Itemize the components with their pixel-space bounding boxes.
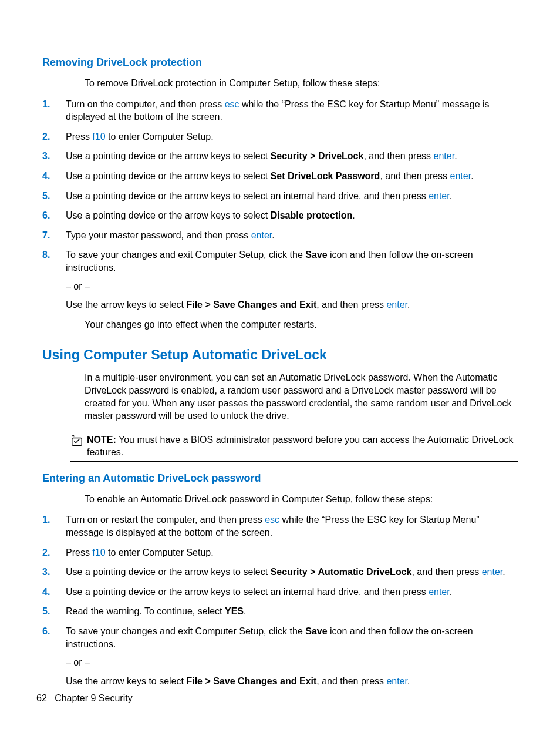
step-number: 6. bbox=[42, 209, 66, 222]
step-number: 2. bbox=[42, 546, 66, 559]
step-item: 1.Turn on or restart the computer, and t… bbox=[42, 513, 518, 539]
step-body: Turn on or restart the computer, and the… bbox=[66, 513, 518, 539]
step-body: Press f10 to enter Computer Setup. bbox=[66, 130, 518, 143]
heading-automatic-drivelock: Using Computer Setup Automatic DriveLock bbox=[42, 347, 518, 363]
step-item: 2.Press f10 to enter Computer Setup. bbox=[42, 130, 518, 143]
step-item: 1.Turn on the computer, and then press e… bbox=[42, 98, 518, 123]
step-body: To save your changes and exit Computer S… bbox=[66, 625, 518, 687]
step-number: 5. bbox=[42, 605, 66, 618]
note-text: NOTE: You must have a BIOS administrator… bbox=[87, 434, 518, 459]
steps-list-1: 1.Turn on the computer, and then press e… bbox=[42, 98, 518, 311]
step-item: 6.To save your changes and exit Computer… bbox=[42, 625, 518, 687]
step-number: 3. bbox=[42, 566, 66, 579]
step-item: 5.Use a pointing device or the arrow key… bbox=[42, 190, 518, 203]
step-item: 7.Type your master password, and then pr… bbox=[42, 229, 518, 242]
step-number: 3. bbox=[42, 150, 66, 163]
step-item: 3.Use a pointing device or the arrow key… bbox=[42, 150, 518, 163]
step-body: Type your master password, and then pres… bbox=[66, 229, 518, 242]
page-footer: 62 Chapter 9 Security bbox=[36, 693, 133, 704]
step-item: 8.To save your changes and exit Computer… bbox=[42, 248, 518, 311]
step-number: 5. bbox=[42, 190, 66, 203]
step-number: 1. bbox=[42, 98, 66, 111]
step-body: Read the warning. To continue, select YE… bbox=[66, 605, 518, 618]
step-body: Turn on the computer, and then press esc… bbox=[66, 98, 518, 123]
step-body: Use a pointing device or the arrow keys … bbox=[66, 586, 518, 599]
heading-removing-drivelock: Removing DriveLock protection bbox=[42, 56, 518, 69]
step-item: 6.Use a pointing device or the arrow key… bbox=[42, 209, 518, 222]
outro-text: Your changes go into effect when the com… bbox=[85, 318, 518, 331]
step-item: 2.Press f10 to enter Computer Setup. bbox=[42, 546, 518, 559]
step-number: 2. bbox=[42, 130, 66, 143]
step-item: 4.Use a pointing device or the arrow key… bbox=[42, 586, 518, 599]
step-item: 3.Use a pointing device or the arrow key… bbox=[42, 566, 518, 579]
step-number: 8. bbox=[42, 248, 66, 261]
step-item: 5.Read the warning. To continue, select … bbox=[42, 605, 518, 618]
heading-entering-auto-drivelock: Entering an Automatic DriveLock password bbox=[42, 472, 518, 485]
step-number: 4. bbox=[42, 586, 66, 599]
step-body: Use a pointing device or the arrow keys … bbox=[66, 170, 518, 183]
intro-text: To remove DriveLock protection in Comput… bbox=[85, 77, 518, 90]
step-number: 1. bbox=[42, 513, 66, 526]
note-icon bbox=[70, 435, 85, 450]
step-number: 7. bbox=[42, 229, 66, 242]
step-body: To save your changes and exit Computer S… bbox=[66, 248, 518, 311]
note-label: NOTE: bbox=[87, 435, 116, 445]
step-body: Use a pointing device or the arrow keys … bbox=[66, 566, 518, 579]
step-body: Press f10 to enter Computer Setup. bbox=[66, 546, 518, 559]
step-number: 4. bbox=[42, 170, 66, 183]
steps-list-3: 1.Turn on or restart the computer, and t… bbox=[42, 513, 518, 687]
note-body: You must have a BIOS administrator passw… bbox=[87, 435, 514, 458]
step-body: Use a pointing device or the arrow keys … bbox=[66, 209, 518, 222]
note-box: NOTE: You must have a BIOS administrator… bbox=[70, 431, 518, 462]
section3-intro: To enable an Automatic DriveLock passwor… bbox=[85, 493, 518, 506]
step-item: 4.Use a pointing device or the arrow key… bbox=[42, 170, 518, 183]
step-number: 6. bbox=[42, 625, 66, 638]
step-body: Use a pointing device or the arrow keys … bbox=[66, 150, 518, 163]
page-number: 62 bbox=[36, 693, 47, 703]
chapter-label: Chapter 9 Security bbox=[55, 693, 133, 703]
section2-para: In a multiple-user environment, you can … bbox=[85, 371, 518, 422]
step-body: Use a pointing device or the arrow keys … bbox=[66, 190, 518, 203]
